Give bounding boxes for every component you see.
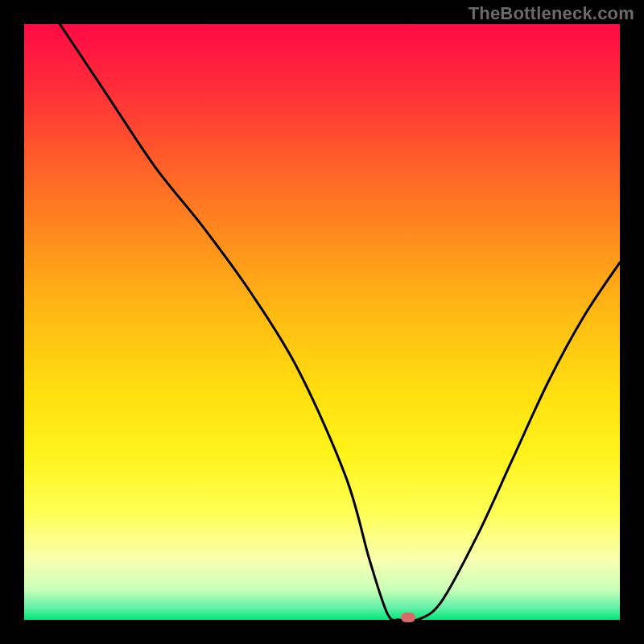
curve-line	[60, 24, 620, 620]
bottleneck-marker	[401, 613, 415, 622]
curve-svg	[24, 24, 620, 620]
attribution-label: TheBottleneck.com	[469, 3, 634, 24]
plot-area	[24, 24, 620, 620]
chart-frame: TheBottleneck.com	[0, 0, 644, 644]
